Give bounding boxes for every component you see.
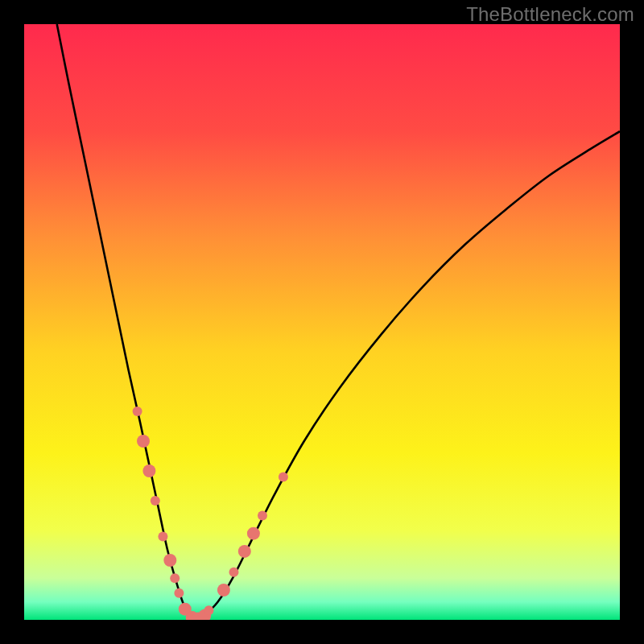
marker-dot [158, 531, 167, 541]
marker-dot [229, 568, 238, 577]
marker-dot [163, 554, 176, 567]
marker-dot [170, 573, 180, 583]
chart-frame: TheBottleneck.com [0, 0, 644, 644]
plot-area [24, 24, 620, 620]
marker-dot [238, 545, 251, 558]
bottleneck-curve [57, 24, 620, 620]
marker-dot [204, 605, 213, 615]
marker-dot [142, 464, 155, 477]
marker-dot [217, 584, 230, 597]
curve-layer [24, 24, 620, 620]
highlight-dots [133, 407, 288, 620]
marker-dot [174, 588, 184, 598]
marker-dot [137, 435, 150, 448]
marker-dot [133, 407, 142, 416]
marker-dot [151, 496, 160, 506]
watermark-text: TheBottleneck.com [466, 3, 634, 26]
marker-dot [279, 472, 288, 481]
marker-dot [258, 511, 267, 521]
marker-dot [247, 527, 260, 540]
